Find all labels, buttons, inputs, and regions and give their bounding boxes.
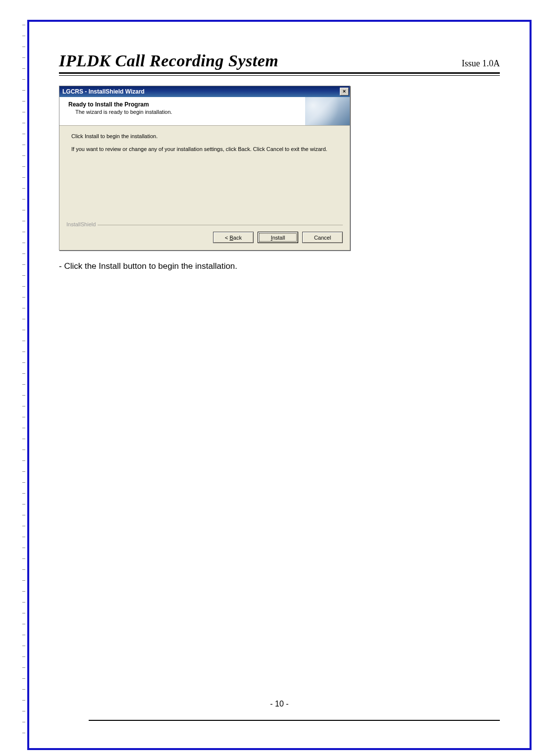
- cancel-button[interactable]: Cancel: [302, 232, 343, 243]
- cancel-button-label: Cancel: [314, 235, 331, 241]
- page-frame: IPLDK Call Recording System Issue 1.0A L…: [27, 20, 532, 750]
- back-button-rest: ack: [233, 235, 242, 241]
- wizard-body-line2: If you want to review or change any of y…: [71, 146, 338, 152]
- doc-title: IPLDK Call Recording System: [59, 51, 278, 70]
- wizard-header: Ready to Install the Program The wizard …: [59, 97, 350, 126]
- page-header: IPLDK Call Recording System Issue 1.0A: [59, 51, 500, 74]
- install-button-rest: nstall: [272, 235, 285, 241]
- titlebar-buttons: ×: [340, 88, 349, 96]
- wizard-body-line1: Click Install to begin the installation.: [71, 133, 338, 140]
- page-number: - 10 -: [29, 700, 530, 708]
- doc-issue: Issue 1.0A: [462, 58, 500, 69]
- close-icon[interactable]: ×: [340, 88, 349, 96]
- back-button[interactable]: < Back: [213, 232, 254, 243]
- instruction-text: - Click the Install button to begin the …: [59, 261, 500, 271]
- back-button-prefix: <: [225, 235, 229, 241]
- window-title: LGCRS - InstallShield Wizard: [62, 88, 145, 95]
- wizard-header-subtitle: The wizard is ready to begin installatio…: [68, 109, 172, 115]
- wizard-footer: InstallShield < Back Install Cancel: [59, 225, 350, 250]
- install-button[interactable]: Install: [258, 232, 298, 243]
- wizard-body: Click Install to begin the installation.…: [59, 126, 350, 225]
- window-titlebar: LGCRS - InstallShield Wizard ×: [59, 86, 350, 97]
- wizard-header-text: Ready to Install the Program The wizard …: [59, 97, 172, 125]
- left-edge-artifact: [22, 25, 25, 743]
- installshield-wizard-window: LGCRS - InstallShield Wizard × Ready to …: [59, 86, 350, 251]
- installshield-brand: InstallShield: [66, 221, 98, 227]
- content-area: LGCRS - InstallShield Wizard × Ready to …: [59, 86, 500, 271]
- footer-rule: [89, 720, 500, 721]
- wizard-header-graphic: [305, 97, 350, 125]
- wizard-header-title: Ready to Install the Program: [68, 101, 172, 108]
- back-button-mnemonic: B: [230, 235, 233, 241]
